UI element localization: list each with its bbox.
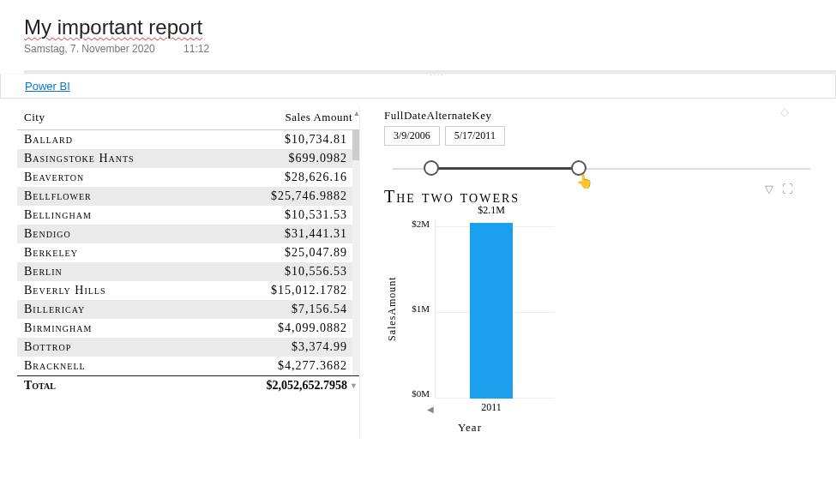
chart-title: The two towers: [384, 187, 819, 207]
divider-handle-bar[interactable]: ....: [24, 70, 836, 74]
y-tick: $0M: [400, 388, 430, 399]
x-tick: 2011: [470, 401, 513, 414]
cell-amount: $10,734.81: [285, 133, 347, 147]
table-body: Ballard$10,734.81 Basingstoke Hants$699.…: [17, 130, 359, 375]
table-row[interactable]: Billericay$7,156.54: [17, 300, 359, 319]
cell-city: Bendigo: [24, 227, 285, 241]
clear-filter-icon[interactable]: ◇: [780, 105, 789, 118]
focus-mode-icon[interactable]: ⛶: [782, 183, 793, 195]
table-row[interactable]: Ballard$10,734.81: [17, 130, 359, 149]
bar-value-label: $2.1M: [466, 204, 517, 217]
slider-handle-start[interactable]: [424, 160, 439, 176]
cell-city: Berlin: [24, 265, 285, 279]
report-time: 11:12: [183, 43, 209, 55]
y-tick: $1M: [400, 303, 430, 314]
cell-city: Bellingham: [24, 208, 285, 222]
cell-city: Basingstoke Hants: [24, 152, 289, 165]
cell-amount: $28,626.16: [285, 171, 347, 184]
total-amount: $2,052,652.7958: [267, 379, 348, 393]
cell-amount: $4,099.0882: [278, 321, 347, 335]
filter-icon[interactable]: ▽: [765, 183, 773, 195]
report-title[interactable]: My important report: [24, 15, 836, 39]
cell-amount: $10,531.53: [285, 208, 347, 222]
bar-2011[interactable]: [470, 223, 513, 399]
cell-city: Birmingham: [24, 321, 278, 335]
cell-amount: $3,374.99: [292, 340, 347, 354]
table-row[interactable]: Bracknell$4,277.3682: [17, 357, 359, 375]
cell-amount: $10,556.53: [285, 265, 347, 279]
cell-city: Beaverton: [24, 171, 285, 184]
slider-fill: [431, 167, 580, 170]
column-header-amount[interactable]: Sales Amount: [220, 111, 352, 124]
column-header-city[interactable]: City: [24, 111, 220, 124]
table-row[interactable]: Berlin$10,556.53: [17, 262, 359, 281]
table-row[interactable]: Basingstoke Hants$699.0982: [17, 149, 359, 168]
sales-table: City Sales Amount ▲ Ballard$10,734.81 Ba…: [17, 105, 360, 438]
table-row[interactable]: Bellingham$10,531.53: [17, 206, 359, 225]
cell-city: Beverly Hills: [24, 284, 271, 297]
y-tick: $2M: [400, 219, 430, 229]
powerbi-link[interactable]: Power BI: [25, 80, 70, 93]
slicer-title: FullDateAlternateKey: [384, 109, 819, 123]
cell-amount: $4,277.3682: [278, 359, 347, 373]
cell-city: Bellflower: [24, 189, 271, 203]
table-row[interactable]: Bendigo$31,441.31: [17, 225, 359, 243]
cell-amount: $25,047.89: [285, 246, 347, 260]
y-axis-ticks: $2M $1M $0M: [400, 219, 435, 399]
table-row[interactable]: Bottrop$3,374.99: [17, 338, 359, 357]
cell-city: Ballard: [24, 133, 285, 147]
table-row[interactable]: Beaverton$28,626.16: [17, 168, 359, 187]
y-axis-label: SalesAmount: [384, 219, 400, 399]
table-row[interactable]: Birmingham$4,099.0882: [17, 319, 359, 338]
table-header: City Sales Amount ▲: [17, 105, 359, 130]
report-meta: Samstag, 7. November 2020 11:12: [24, 43, 836, 55]
scrollbar-track[interactable]: [352, 130, 359, 375]
scroll-left-icon[interactable]: ◀: [427, 405, 434, 414]
table-row[interactable]: Berkeley$25,047.89: [17, 243, 359, 262]
report-date: Samstag, 7. November 2020: [24, 43, 155, 55]
cell-city: Bottrop: [24, 340, 292, 354]
date-end-input[interactable]: 5/17/2011: [445, 126, 505, 146]
scroll-up-icon[interactable]: ▲: [353, 109, 361, 117]
total-label: Total: [24, 379, 267, 393]
total-row: Total $2,052,652.7958 ▼: [17, 375, 359, 395]
x-axis-label: Year: [384, 421, 556, 435]
grip-icon: ....: [430, 69, 445, 77]
table-row[interactable]: Beverly Hills$15,012.1782: [17, 281, 359, 300]
date-range-slider[interactable]: 👆: [384, 158, 819, 183]
table-row[interactable]: Bellflower$25,746.9882: [17, 187, 359, 206]
cell-city: Bracknell: [24, 359, 278, 373]
cell-amount: $25,746.9882: [271, 189, 347, 203]
scrollbar-thumb[interactable]: [352, 130, 359, 160]
cell-city: Berkeley: [24, 246, 285, 260]
plot-area: $2.1M 2011 ◀: [435, 219, 555, 399]
cell-amount: $15,012.1782: [271, 284, 347, 297]
cell-amount: $699.0982: [289, 152, 348, 165]
bar-chart[interactable]: SalesAmount $2M $1M $0M $2.1M 2011 ◀: [384, 219, 819, 399]
cell-amount: $31,441.31: [285, 227, 347, 241]
scroll-down-icon[interactable]: ▼: [350, 381, 358, 390]
cell-city: Billericay: [24, 303, 292, 316]
cursor-icon: 👆: [576, 173, 593, 189]
cell-amount: $7,156.54: [292, 303, 347, 316]
date-start-input[interactable]: 3/9/2006: [384, 126, 440, 146]
